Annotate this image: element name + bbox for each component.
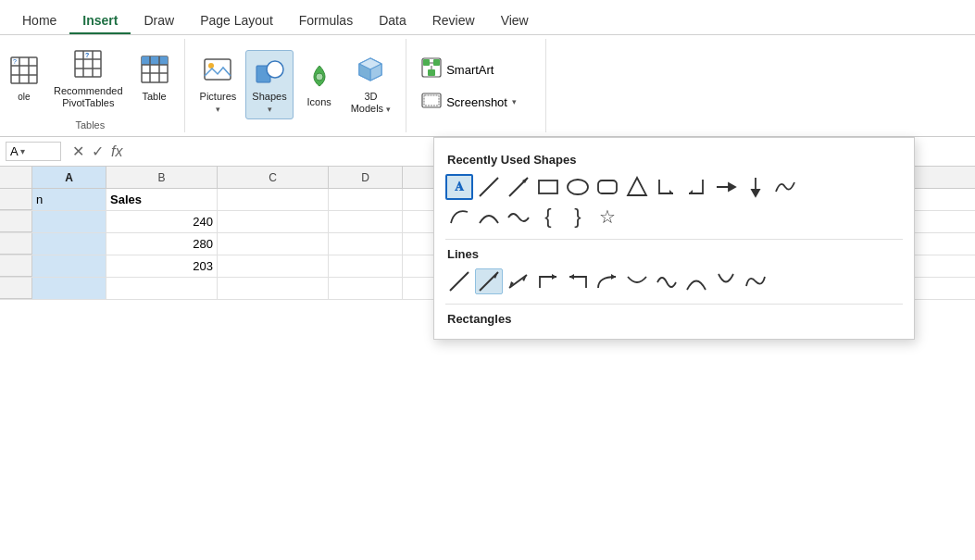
svg-rect-34 [424,95,439,106]
shape-star[interactable]: ☆ [594,204,621,230]
line-shape-6[interactable] [594,268,621,294]
shape-brace-close[interactable]: } [564,204,592,230]
shape-brace-open[interactable]: { [534,204,562,230]
line-shape-3[interactable] [505,268,532,294]
line-shape-10[interactable] [712,268,740,294]
shape-line-diag2[interactable] [505,174,532,200]
recommended-pivot-label: RecommendedPivotTables [54,85,123,109]
3d-models-button[interactable]: 3DModels ▾ [345,51,397,118]
cell-b3[interactable]: 280 [106,233,218,255]
cell-c5[interactable] [218,278,329,299]
cell-d1[interactable] [329,189,403,210]
pivot-table-button[interactable]: ? ole [4,52,44,106]
formula-confirm[interactable]: ✓ [92,143,104,160]
formula-cancel[interactable]: ✕ [72,143,84,160]
cell-b2[interactable]: 240 [106,211,218,232]
shape-arc[interactable] [445,204,473,230]
line-shape-1[interactable] [445,268,473,294]
svg-marker-53 [569,274,574,280]
shapes-divider-1 [445,239,903,240]
shapes-label: Shapes▾ [252,91,286,115]
3d-models-icon [356,55,385,89]
cell-c3[interactable] [218,233,329,255]
line-shape-7[interactable] [623,268,651,294]
shape-rectangle[interactable] [534,174,562,200]
shape-squiggle[interactable] [771,174,799,200]
cell-a2[interactable] [32,211,106,232]
cell-a3[interactable] [32,233,106,255]
shape-curve[interactable] [475,204,503,230]
screenshot-arrow: ▾ [512,97,517,106]
svg-marker-41 [628,178,646,195]
cell-b5[interactable] [106,278,218,299]
svg-point-21 [267,61,283,78]
line-shape-5[interactable] [564,268,592,294]
svg-rect-38 [539,180,557,193]
cell-d4[interactable] [329,255,403,277]
shape-rounded-rect[interactable] [594,174,621,200]
cell-b1[interactable]: Sales [106,189,218,210]
tab-insert[interactable]: Insert [69,7,131,33]
cell-c1[interactable] [218,189,329,210]
pictures-button[interactable]: Pictures▾ [194,51,243,118]
tab-formulas[interactable]: Formulas [286,7,366,33]
svg-line-46 [450,272,469,291]
cell-b1-value: Sales [110,193,142,206]
name-box-arrow: ▾ [20,146,25,156]
tab-home[interactable]: Home [9,7,69,33]
tab-view[interactable]: View [488,7,542,33]
shape-text-box[interactable]: 𝐀 [445,174,473,200]
icons-icon [305,60,334,94]
shapes-icon [255,55,284,89]
shape-arrow-down[interactable] [742,174,769,200]
cell-a5[interactable] [32,278,106,299]
cell-a4[interactable] [32,255,106,277]
ribbon-tabs: Home Insert Draw Page Layout Formulas Da… [0,0,975,35]
line-shape-4[interactable] [534,268,562,294]
shape-triangle[interactable] [623,174,651,200]
icons-button[interactable]: Icons [297,56,342,112]
cell-d2[interactable] [329,211,403,232]
tab-draw[interactable]: Draw [131,7,187,33]
cell-c4[interactable] [218,255,329,277]
cell-d3[interactable] [329,233,403,255]
3d-models-label: 3DModels ▾ [351,91,392,115]
cell-a1-value: n [36,193,43,206]
shape-ellipse[interactable] [564,174,592,200]
tab-review[interactable]: Review [419,7,488,33]
cell-d5[interactable] [329,278,403,299]
line-shape-11[interactable] [742,268,769,294]
shape-l-shape2[interactable] [682,174,710,200]
screenshot-button[interactable]: Screenshot ▾ [416,87,536,118]
col-header-b[interactable]: B [106,167,218,188]
name-box[interactable]: A ▾ [6,142,61,161]
cell-c2[interactable] [218,211,329,232]
shape-l-shape[interactable] [653,174,681,200]
shape-wave[interactable] [505,204,532,230]
col-header-a[interactable]: A [32,167,106,188]
recommended-pivot-button[interactable]: ? RecommendedPivotTables [48,45,129,113]
smartart-button[interactable]: SmartArt [416,55,536,85]
formula-fx[interactable]: fx [111,143,122,160]
shapes-button[interactable]: Shapes▾ [245,50,293,119]
row-header-3 [0,233,32,255]
line-shape-8[interactable] [653,268,681,294]
tab-data[interactable]: Data [366,7,419,33]
col-header-row-num [0,167,32,188]
table-button[interactable]: Table [132,51,177,106]
cell-b4[interactable]: 203 [106,255,218,277]
tab-page-layout[interactable]: Page Layout [187,7,286,33]
line-shape-2[interactable] [475,268,503,294]
line-shape-9[interactable] [682,268,710,294]
recently-used-shapes-row-2: { } ☆ [434,204,914,233]
col-header-d[interactable]: D [329,167,403,188]
screenshot-label: Screenshot [446,95,507,109]
cell-a1[interactable]: n [32,189,106,210]
col-header-c[interactable]: C [218,167,329,188]
shape-line-diag[interactable] [475,174,503,200]
icons-label: Icons [307,96,331,108]
shapes-dropdown-panel: Recently Used Shapes 𝐀 [433,137,915,340]
svg-line-35 [480,178,498,196]
svg-point-19 [208,63,214,68]
shape-arrow-right[interactable] [712,174,740,200]
